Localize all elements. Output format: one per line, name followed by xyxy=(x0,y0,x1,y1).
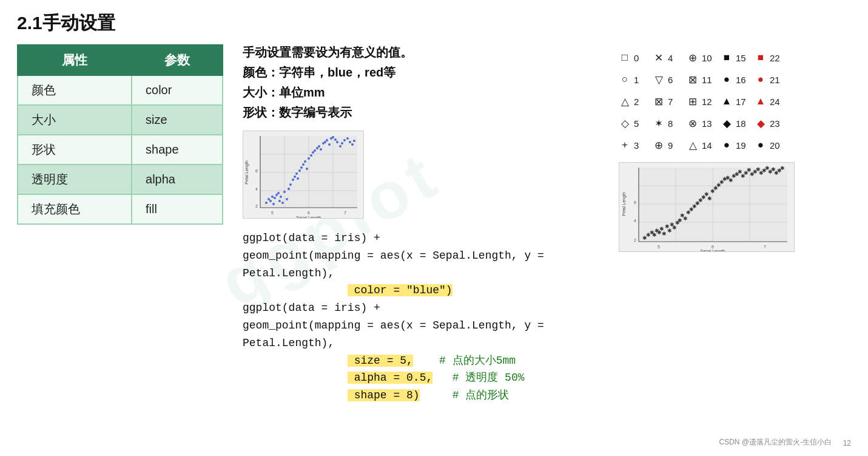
shape-number: 1 xyxy=(634,75,639,85)
table-cell-0-1: color xyxy=(132,75,223,105)
svg-text:Petal Length: Petal Length xyxy=(244,160,249,184)
svg-text:6: 6 xyxy=(712,245,714,249)
svg-text:Petal Length: Petal Length xyxy=(622,192,627,216)
shape-number: 7 xyxy=(668,97,673,107)
svg-point-46 xyxy=(339,145,341,148)
credit: CSDN @遗落凡尘的萤火-生信小白 xyxy=(719,437,832,447)
svg-text:2: 2 xyxy=(255,204,258,208)
chart-blue-svg: 5 6 7 2 4 6 Sepal Length Petal Length xyxy=(243,131,364,219)
code-highlight-alpha: alpha = 0.5, xyxy=(348,372,432,384)
svg-text:✱: ✱ xyxy=(667,228,672,234)
svg-point-33 xyxy=(312,151,314,154)
svg-point-29 xyxy=(304,160,306,163)
attributes-table: 属性 参数 颜色color大小size形状shape透明度alpha填充颜色fi… xyxy=(17,44,223,225)
shape-legend-item: ◆23 xyxy=(755,117,789,130)
shape-number: 6 xyxy=(668,75,673,85)
desc-color: 颜色：字符串，blue，red等 xyxy=(243,64,619,81)
table-cell-2-0: 形状 xyxy=(18,135,132,165)
page-title: 2.1手动设置 xyxy=(17,11,851,36)
svg-point-44 xyxy=(334,138,337,141)
shape-legend-item: ●20 xyxy=(755,139,789,151)
shape-legend-item: ▲17 xyxy=(721,95,755,107)
svg-text:Sepal Length: Sepal Length xyxy=(296,216,321,219)
shape-number: 18 xyxy=(736,118,746,129)
code-highlight-color: color = "blue") xyxy=(348,284,453,296)
shape-icon: ◆ xyxy=(755,117,767,130)
shape-legend-item: ▲24 xyxy=(755,95,789,107)
svg-point-21 xyxy=(289,183,292,186)
svg-text:7: 7 xyxy=(344,211,346,215)
svg-text:2: 2 xyxy=(634,238,636,242)
shape-legend-item: ⊠11 xyxy=(687,73,721,86)
right-section: □0✕4⊕10■15■22○1▽6⊠11●16●21△2⊠7⊞12▲17▲24◇… xyxy=(619,44,795,404)
shape-legend-item: ■15 xyxy=(721,52,755,64)
svg-point-18 xyxy=(283,191,286,193)
shape-legend-item: ◇5 xyxy=(619,117,653,130)
shape-legend-item: ⊗13 xyxy=(687,117,721,130)
shape-number: 8 xyxy=(668,118,673,129)
svg-point-14 xyxy=(277,192,280,194)
shape-icon: ● xyxy=(755,73,767,86)
code-comment-size: # 点的大小5mm xyxy=(432,355,516,367)
shape-label: 形状： xyxy=(243,106,279,119)
shape-number: 9 xyxy=(668,140,673,151)
shape-icon: ■ xyxy=(755,52,767,64)
shape-icon: △ xyxy=(619,95,631,108)
svg-point-36 xyxy=(318,145,320,148)
shape-number: 5 xyxy=(634,118,639,129)
shape-icon: ⊠ xyxy=(653,95,665,108)
svg-text:✱: ✱ xyxy=(662,231,667,237)
shape-legend-item: ✕4 xyxy=(653,52,687,64)
svg-point-16 xyxy=(280,196,282,198)
table-row: 大小size xyxy=(18,105,223,135)
shape-icon: ✕ xyxy=(653,52,665,64)
shape-icon: ◇ xyxy=(619,117,631,130)
svg-point-25 xyxy=(297,177,299,180)
shape-legend-item: ⊕10 xyxy=(687,52,721,64)
shape-icon: ⊞ xyxy=(687,95,699,108)
svg-text:6: 6 xyxy=(634,200,636,205)
shape-legend-item: ●19 xyxy=(721,139,755,151)
code-line7: alpha = 0.5, # 透明度 50% xyxy=(243,369,619,387)
chart-blue-scatter: 5 6 7 2 4 6 Sepal Length Petal Length xyxy=(243,131,364,219)
svg-point-24 xyxy=(295,172,298,175)
code-line2: geom_point(mapping = aes(x = Sepal.Lengt… xyxy=(243,247,619,282)
svg-text:✱: ✱ xyxy=(683,216,688,222)
table-cell-1-0: 大小 xyxy=(18,105,132,135)
main-layout: 属性 参数 颜色color大小size形状shape透明度alpha填充颜色fi… xyxy=(17,44,851,404)
svg-text:4: 4 xyxy=(634,219,636,223)
shape-number: 10 xyxy=(702,53,712,63)
svg-point-50 xyxy=(349,141,351,143)
svg-point-37 xyxy=(320,148,322,151)
shape-legend-item: ⊕9 xyxy=(653,139,687,152)
svg-point-26 xyxy=(298,169,301,172)
svg-point-13 xyxy=(272,203,275,205)
svg-point-35 xyxy=(316,147,318,149)
desc-line1: 手动设置需要设为有意义的值。 xyxy=(243,44,619,61)
table-row: 颜色color xyxy=(18,75,223,105)
svg-point-49 xyxy=(346,137,349,140)
table-cell-0-0: 颜色 xyxy=(18,75,132,105)
code-line5: geom_point(mapping = aes(x = Sepal.Lengt… xyxy=(243,317,619,352)
svg-point-9 xyxy=(269,200,272,202)
shape-icon: ● xyxy=(721,73,733,86)
shape-legend-item: □0 xyxy=(619,52,653,64)
middle-section: 手动设置需要设为有意义的值。 颜色：字符串，blue，red等 大小：单位mm … xyxy=(243,44,619,404)
shape-icon: ⊠ xyxy=(687,73,699,86)
shape-legend-item: +3 xyxy=(619,139,653,151)
color-desc: 字符串，blue，red等 xyxy=(279,66,395,79)
svg-text:7: 7 xyxy=(764,245,766,249)
code-line4: ggplot(data = iris) + xyxy=(243,299,619,317)
svg-text:5: 5 xyxy=(271,211,274,215)
table-row: 形状shape xyxy=(18,135,223,165)
shape-icon: △ xyxy=(687,139,699,152)
code-comment-alpha: # 透明度 50% xyxy=(446,372,525,384)
shape-number: 2 xyxy=(634,97,639,107)
svg-point-23 xyxy=(294,175,296,178)
shape-number: 21 xyxy=(770,75,780,85)
shape-icon: ▽ xyxy=(653,73,665,86)
svg-point-41 xyxy=(328,143,331,146)
shape-legend-item: ●21 xyxy=(755,73,789,86)
shape-legend-item: ✶8 xyxy=(653,117,687,130)
shape-icon: ● xyxy=(721,139,733,151)
